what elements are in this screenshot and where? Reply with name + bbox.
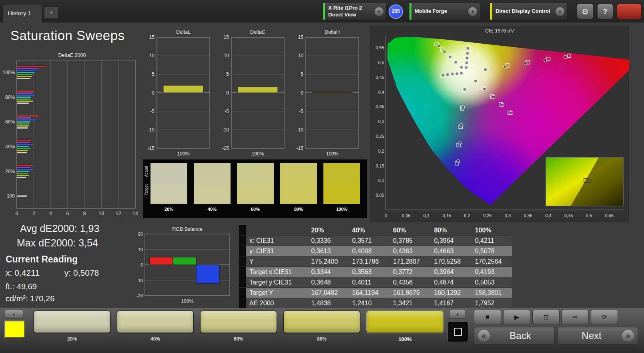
pattern-window-button[interactable] [447,321,468,342]
display-control-selector[interactable]: Direct Display Control ▼ [490,3,568,20]
saturation-button-80%[interactable] [283,311,360,333]
swatch-row-label: Actual [144,166,148,177]
row-label: Target x:CIE31 [246,267,307,277]
tab-history-1[interactable]: History 1 [2,4,42,22]
cell-value: 0,4193 [471,267,512,277]
svg-text:5: 5 [152,71,154,77]
cell-value: 167,0482 [307,288,348,298]
rgb-balance-chart: RGB Balance20100-10-20100% [132,226,234,308]
meter-selector[interactable]: X-Rite i1Pro 2 Direct View ▼ [323,3,387,20]
source-selector[interactable]: Mobile Forge ▼ [409,3,480,20]
cell-value: 1,2410 [348,298,389,309]
single-measure-button[interactable]: ⊡ [532,310,560,324]
row-label: y: CIE31 [246,246,307,256]
target-color [150,184,187,204]
svg-text:0,05: 0,05 [402,213,410,218]
row-label: Target y:CIE31 [246,277,307,288]
target-color [280,184,317,204]
row-label: ΔE 2000 [246,298,307,309]
chevron-down-icon[interactable]: ▼ [375,7,383,16]
svg-text:6: 6 [66,211,69,216]
page-title: Saturation Sweeps [10,28,125,43]
deltae2000-chart: DeltaE 200002468101214100%80%60%40%20%10… [0,51,141,220]
meter-status-indicator [323,3,325,20]
add-tab-button[interactable]: + [44,6,58,18]
saturation-button-100%[interactable] [367,311,443,333]
svg-text:0,15: 0,15 [443,213,451,218]
svg-text:0,55: 0,55 [376,45,384,50]
svg-text:0,2: 0,2 [464,213,470,218]
cell-value: 1,7952 [471,298,512,309]
table-header: 20% [307,225,348,236]
svg-text:60%: 60% [5,119,15,125]
cell-value: 0,3772 [389,267,430,277]
reading-cdm2: cd/m²: 170,26 [6,294,54,303]
cell-value: 0,4663 [430,246,471,256]
gear-icon: ⚙ [582,7,589,16]
settings-button[interactable]: ⚙ [577,4,594,19]
svg-text:0,3: 0,3 [505,213,511,218]
svg-text:0: 0 [16,211,18,216]
svg-text:2: 2 [32,211,35,216]
svg-text:0: 0 [152,90,154,96]
saturation-button-label: 100% [367,336,443,342]
measurement-count-badge[interactable]: 205 [389,4,403,19]
cell-value: 0,3571 [348,236,389,246]
cell-value: 0,4674 [430,277,471,288]
svg-text:20%: 20% [5,169,15,174]
cell-value: 173,1786 [348,256,389,267]
pattern-scroll-up-button[interactable]: ▲ [449,310,466,319]
current-patch-swatch[interactable] [4,321,25,338]
saturation-button-20%[interactable] [34,311,110,333]
svg-text:0: 0 [140,262,143,267]
svg-text:0,35: 0,35 [524,213,532,218]
results-table: 20%40%60%80%100%x: CIE310,33360,35710,37… [239,225,512,309]
cell-value: 170,5258 [430,256,471,267]
session-stop-button[interactable] [617,4,642,19]
cell-value: 175,2400 [307,256,348,267]
patch-swatch-80% [280,163,317,204]
svg-text:10: 10 [298,53,304,58]
saturation-button-60%[interactable] [200,311,277,333]
stop-button[interactable]: ■ [474,310,501,324]
svg-text:RGB Balance: RGB Balance [172,226,203,232]
refresh-button[interactable]: ⟳ [591,310,618,324]
svg-text:-10: -10 [136,278,143,283]
actual-target-swatch-strip: ActualTarget20%40%60%80%100% [143,159,367,218]
max-de2000-readout: Max dE2000: 3,54 [17,237,98,249]
svg-text:5: 5 [226,71,229,77]
chevron-down-icon[interactable]: ▼ [556,7,564,16]
actual-color [237,163,274,184]
cell-value: 164,1194 [348,288,389,298]
row-label: Target Y [246,288,307,298]
svg-text:-20: -20 [136,293,143,298]
table-row: ΔE 20001,48381,24101,34211,41671,7952 [239,298,512,309]
measurement-controls: ■▶⊡∞⟳ [474,310,618,324]
patch-scroll-up-button[interactable]: ▲ [5,310,23,319]
svg-text:80%: 80% [5,95,15,100]
saturation-button-label: 40% [117,336,194,342]
saturation-button-40%[interactable] [117,311,194,333]
cell-value: 0,4211 [471,236,512,246]
swatch-label: 40% [193,207,231,212]
next-button[interactable]: Next » [557,327,638,345]
continuous-measure-button[interactable]: ∞ [562,310,589,324]
play-button[interactable]: ▶ [503,310,530,324]
svg-text:10: 10 [99,211,104,216]
swatch-row-label: Target [144,184,148,196]
table-header: 60% [389,225,430,236]
svg-text:DeltaC: DeltaC [250,29,265,35]
saturation-button-label: 20% [34,336,110,342]
chevron-down-icon[interactable]: ▼ [468,7,477,16]
cell-value: 0,3785 [389,236,430,246]
svg-text:40%: 40% [5,144,15,149]
display-control-status-indicator [490,3,492,20]
help-button[interactable]: ? [597,4,613,19]
delta-h-chart: DeltaH151050-5-10-15100% [291,28,363,158]
table-header: 80% [430,225,471,236]
svg-text:100%: 100% [177,151,190,157]
back-button[interactable]: « Back [474,327,555,345]
svg-text:-10: -10 [297,127,304,133]
svg-text:-10: -10 [222,127,229,133]
svg-text:0,5: 0,5 [586,213,592,218]
